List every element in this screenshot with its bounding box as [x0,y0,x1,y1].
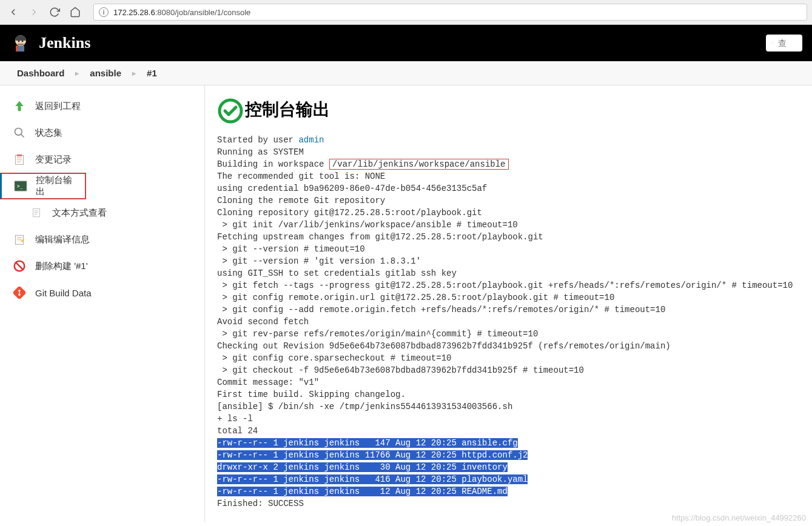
back-button[interactable] [5,4,22,21]
svg-rect-14 [17,155,22,156]
console-line: Cloning repository git@172.25.28.5:root/… [217,208,482,218]
sidebar-item-label: Git Build Data [35,288,92,298]
console-line-selected: drwxr-xr-x 2 jenkins jenkins 30 Aug 12 2… [217,462,508,472]
svg-text:>_: >_ [17,183,23,189]
chevron-right-icon: ▸ [132,69,136,78]
console-line: > git checkout -f 9d5e6e64b73e6087bdbad8… [217,365,584,375]
jenkins-header: Jenkins [0,25,812,61]
breadcrumb-build[interactable]: #1 [147,68,157,78]
success-check-icon [217,98,241,122]
notepad-icon [12,152,27,167]
console-line: [ansible] $ /bin/sh -xe /tmp/jenkins5544… [217,402,512,411]
console-line: Started by user [217,135,298,145]
magnify-icon [12,125,27,140]
console-line: + ls -l [217,414,253,424]
console-line: Running as SYSTEM [217,147,304,157]
git-icon [12,285,27,300]
breadcrumbs: Dashboard ▸ ansible ▸ #1 [0,61,812,85]
jenkins-title: Jenkins [39,34,90,52]
jenkins-logo-icon [10,32,32,54]
url-text: 172.25.28.6:8080/job/ansible/1/console [113,8,250,17]
sidebar-item-delete-build[interactable]: 删除构建 '#1' [0,253,204,279]
sidebar-item-label: 控制台输出 [36,175,73,198]
console-line: > git config core.sparsecheckout # timeo… [217,353,451,363]
console-line: > git init /var/lib/jenkins/workspace/an… [217,220,518,230]
svg-line-9 [21,135,24,138]
svg-point-6 [772,42,773,43]
console-line: Avoid second fetch [217,317,309,327]
admin-user-link[interactable]: admin [298,135,324,145]
svg-rect-5 [18,44,24,45]
svg-rect-2 [16,45,18,52]
console-line: Cloning the remote Git repository [217,196,385,205]
search-icon [772,38,773,48]
home-button[interactable] [67,4,84,21]
reload-button[interactable] [46,4,63,21]
sidebar-item-label: 变更记录 [35,154,72,165]
console-line: The recommended git tool is: NONE [217,171,385,181]
svg-point-4 [22,41,24,42]
jenkins-brand[interactable]: Jenkins [10,32,90,54]
arrow-up-icon [12,99,27,113]
console-line: > git config remote.origin.url git@172.2… [217,293,614,302]
console-line: First time build. Skipping changelog. [217,390,406,399]
forward-button[interactable] [25,4,42,21]
chevron-right-icon: ▸ [75,69,79,78]
sidebar-item-label: 状态集 [35,127,62,139]
console-line: Finished: SUCCESS [217,499,304,508]
sidebar-item-plain-text[interactable]: 文本方式查看 [0,199,204,226]
console-line: using credential b9a96209-86e0-47de-b054… [217,184,487,193]
sidebar-item-label: 返回到工程 [35,101,81,112]
sidebar-item-git-data[interactable]: Git Build Data [0,279,204,306]
svg-line-25 [16,262,23,270]
search-input[interactable] [778,38,796,48]
url-bar[interactable]: i 172.25.28.6:8080/job/ansible/1/console [93,4,807,21]
breadcrumb-dashboard[interactable]: Dashboard [17,68,64,78]
console-line: > git fetch --tags --progress git@172.25… [217,281,793,290]
workspace-path-highlight: /var/lib/jenkins/workspace/ansible [329,159,509,170]
sidebar-item-status[interactable]: 状态集 [0,119,204,146]
watermark: https://blog.csdn.net/weixin_44992260 [672,513,806,522]
sidebar-item-label: 编辑编译信息 [35,234,90,245]
document-icon [29,205,44,220]
console-line-selected: -rw-r--r-- 1 jenkins jenkins 11766 Aug 1… [217,450,528,460]
console-line: Fetching upstream changes from git@172.2… [217,232,543,242]
search-box[interactable] [766,35,802,52]
sidebar-item-label: 删除构建 '#1' [35,261,88,272]
console-line-selected: -rw-r--r-- 1 jenkins jenkins 12 Aug 12 2… [217,487,508,496]
sidebar-item-console[interactable]: >_ 控制台输出 [0,173,86,199]
terminal-icon: >_ [14,179,27,193]
sidebar-item-label: 文本方式查看 [52,207,107,219]
console-line: > git rev-parse refs/remotes/origin/main… [217,329,538,339]
console-line: > git config --add remote.origin.fetch +… [217,305,665,315]
no-entry-icon [12,259,27,273]
page-title-row: 控制台输出 [217,98,800,122]
console-line: > git --version # timeout=10 [217,244,365,254]
notepad-edit-icon [12,232,27,247]
sidebar: 返回到工程 状态集 变更记录 >_ 控制台输出 文本方式查看 [0,85,205,522]
sidebar-item-back[interactable]: 返回到工程 [0,93,204,119]
console-line-selected: -rw-r--r-- 1 jenkins jenkins 147 Aug 12 … [217,438,518,448]
console-output: Started by user admin Running as SYSTEM … [217,134,800,510]
sidebar-item-edit-build[interactable]: 编辑编译信息 [0,226,204,253]
content-area: 控制台输出 Started by user admin Running as S… [205,85,812,522]
console-line: Building in workspace [217,159,329,169]
console-line: Checking out Revision 9d5e6e64b73e6087bd… [217,341,671,351]
console-line: total 24 [217,426,258,436]
console-line: Commit message: "v1" [217,378,319,387]
console-line: > git --version # 'git version 1.8.3.1' [217,256,421,266]
svg-point-3 [18,41,20,42]
svg-point-8 [15,128,22,136]
info-icon: i [99,7,109,17]
sidebar-item-changes[interactable]: 变更记录 [0,146,204,173]
page-title: 控制台输出 [245,98,330,121]
console-line: using GIT_SSH to set credentials gitlab … [217,268,457,278]
console-line-selected: -rw-r--r-- 1 jenkins jenkins 416 Aug 12 … [217,474,528,484]
browser-toolbar: i 172.25.28.6:8080/job/ansible/1/console [0,0,812,25]
breadcrumb-job[interactable]: ansible [90,68,121,78]
